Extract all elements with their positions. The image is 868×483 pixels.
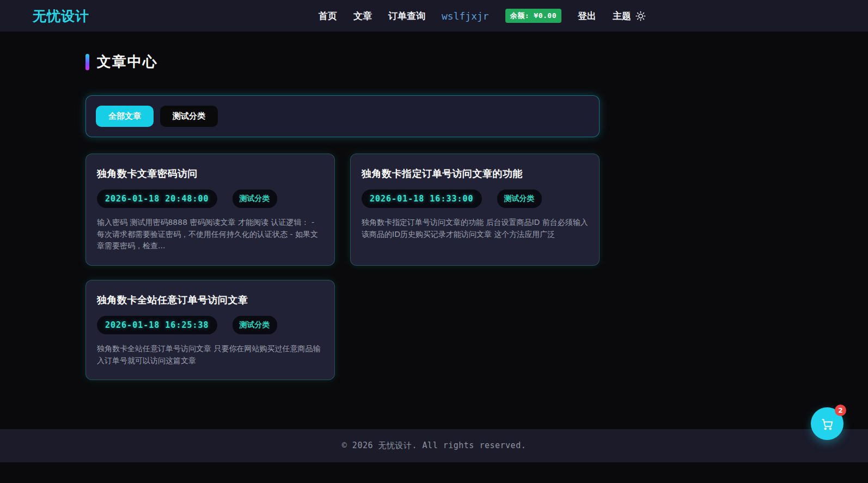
- sun-icon: [635, 11, 646, 21]
- article-meta: 2026-01-18 20:48:00 测试分类: [97, 189, 323, 208]
- nav-menu: 首页 文章 订单查询 wslfjxjr 余额: ¥0.00 登出 主题: [319, 9, 646, 23]
- article-title: 独角数卡全站任意订单号访问文章: [97, 294, 323, 307]
- filter-all-articles[interactable]: 全部文章: [96, 106, 154, 127]
- article-card[interactable]: 独角数卡文章密码访问 2026-01-18 20:48:00 测试分类 输入密码…: [85, 154, 335, 266]
- theme-toggle-label: 主题: [613, 10, 631, 22]
- cart-count-badge: 2: [835, 405, 846, 416]
- article-timestamp: 2026-01-18 16:33:00: [362, 189, 482, 208]
- cart-button[interactable]: 2: [811, 407, 843, 440]
- nav-link-home[interactable]: 首页: [319, 10, 337, 22]
- article-excerpt: 独角数卡指定订单号访问文章的功能 后台设置商品ID 前台必须输入该商品的ID历史…: [362, 217, 588, 240]
- filter-test-category[interactable]: 测试分类: [160, 106, 218, 127]
- top-nav: 无忧设计 首页 文章 订单查询 wslfjxjr 余额: ¥0.00 登出 主题: [0, 0, 868, 32]
- article-title: 独角数卡文章密码访问: [97, 167, 323, 180]
- article-category-badge: 测试分类: [497, 189, 542, 208]
- nav-link-orders[interactable]: 订单查询: [388, 10, 425, 22]
- article-timestamp: 2026-01-18 20:48:00: [97, 189, 217, 208]
- category-filter-bar: 全部文章 测试分类: [85, 95, 600, 137]
- logout-button[interactable]: 登出: [578, 10, 596, 22]
- article-card[interactable]: 独角数卡指定订单号访问文章的功能 2026-01-18 16:33:00 测试分…: [350, 154, 600, 266]
- article-excerpt: 输入密码 测试用密码8888 密码阅读文章 才能阅读 认证逻辑： - 每次请求都…: [97, 217, 323, 252]
- page-title: 文章中心: [97, 52, 158, 71]
- article-card[interactable]: 独角数卡全站任意订单号访问文章 2026-01-18 16:25:38 测试分类…: [85, 280, 335, 380]
- page-header: 文章中心: [85, 52, 600, 71]
- article-timestamp: 2026-01-18 16:25:38: [97, 316, 217, 334]
- logo[interactable]: 无忧设计: [33, 7, 89, 25]
- articles-grid: 独角数卡文章密码访问 2026-01-18 20:48:00 测试分类 输入密码…: [85, 154, 600, 380]
- username-link[interactable]: wslfjxjr: [442, 10, 489, 22]
- main-content: 文章中心 全部文章 测试分类 独角数卡文章密码访问 2026-01-18 20:…: [85, 52, 600, 380]
- title-accent-bar: [85, 54, 89, 70]
- article-category-badge: 测试分类: [233, 316, 277, 334]
- article-excerpt: 独角数卡全站任意订单号访问文章 只要你在网站购买过任意商品输入订单号就可以访问这…: [97, 343, 323, 366]
- copyright-text: © 2026 无忧设计. All rights reserved.: [342, 441, 526, 451]
- theme-toggle[interactable]: 主题: [613, 10, 646, 22]
- article-title: 独角数卡指定订单号访问文章的功能: [362, 167, 588, 180]
- article-meta: 2026-01-18 16:25:38 测试分类: [97, 316, 323, 334]
- balance-badge: 余额: ¥0.00: [505, 9, 561, 23]
- article-category-badge: 测试分类: [233, 189, 277, 208]
- footer: © 2026 无忧设计. All rights reserved.: [0, 429, 868, 462]
- article-meta: 2026-01-18 16:33:00 测试分类: [362, 189, 588, 208]
- shopping-cart-icon: [820, 417, 834, 431]
- nav-link-articles[interactable]: 文章: [353, 10, 372, 22]
